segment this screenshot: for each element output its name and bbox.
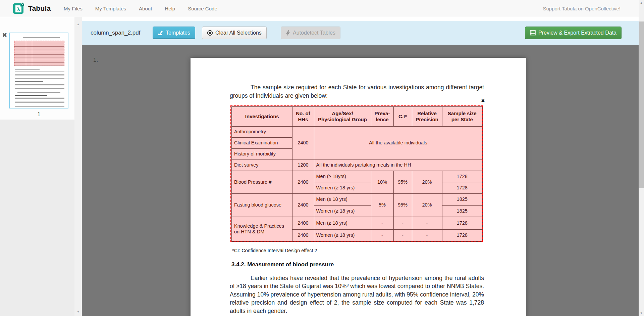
- clear-all-selections-button[interactable]: Clear All Selections: [202, 27, 267, 39]
- tabula-logo-icon: λ: [13, 2, 25, 14]
- table-selection-overlay[interactable]: [230, 105, 483, 242]
- footnote-ci: *CI: Confidence Interval: [232, 248, 283, 253]
- page-thumbnail-preview: [10, 33, 68, 108]
- nav-item-about[interactable]: About: [139, 6, 152, 11]
- nav-item-source-code[interactable]: Source Code: [188, 6, 217, 11]
- pdf-workspace: 1. The sample size required for each Sta…: [82, 45, 639, 316]
- thumbnail-page-number: 1: [9, 111, 68, 118]
- nav-links: My Files My Templates About Help Source …: [64, 0, 217, 17]
- scrollbar-thumb[interactable]: [639, 21, 644, 188]
- page-thumbnail[interactable]: [9, 33, 68, 108]
- templates-button-label: Templates: [166, 30, 190, 36]
- sidebar-scroll-down-icon[interactable]: ▼: [74, 310, 82, 313]
- footnote-design-effect: # Design effect 2: [281, 248, 317, 253]
- section-heading: 3.4.2. Measurement of blood pressure: [231, 261, 334, 268]
- nav-item-help[interactable]: Help: [165, 6, 175, 11]
- sidebar-scroll-up-icon[interactable]: ▲: [74, 22, 82, 26]
- scroll-down-icon[interactable]: ▼: [639, 312, 644, 315]
- thumbnail-sidebar: ✖ 1 ▲ ▼: [0, 17, 82, 316]
- selection-close-icon[interactable]: ✖: [481, 98, 485, 103]
- document-filename: column_span_2.pdf: [91, 21, 140, 45]
- nav-item-my-files[interactable]: My Files: [64, 6, 83, 11]
- autodetect-tables-button[interactable]: Autodetect Tables: [281, 27, 340, 39]
- pdf-page-canvas[interactable]: The sample size required for each State …: [191, 58, 526, 316]
- autodetect-button-label: Autodetect Tables: [293, 30, 335, 36]
- export-button-label: Preview & Export Extracted Data: [538, 30, 616, 36]
- main-region: column_span_2.pdf Templates Clear All Se…: [82, 17, 639, 316]
- page-scrollbar[interactable]: ▲ ▼: [639, 0, 644, 316]
- clear-button-label: Clear All Selections: [215, 30, 262, 36]
- nav-item-my-templates[interactable]: My Templates: [95, 6, 126, 11]
- top-navbar: λ Tabula My Files My Templates About Hel…: [0, 0, 644, 17]
- document-toolbar: column_span_2.pdf Templates Clear All Se…: [82, 21, 639, 45]
- save-template-icon: [158, 30, 163, 36]
- sidebar-scrollbar[interactable]: ▲ ▼: [74, 17, 82, 316]
- circled-x-icon: [207, 30, 213, 36]
- page-intro-text: The sample size required for each State …: [230, 83, 484, 100]
- support-opencollective-link[interactable]: Support Tabula on OpenCollective!: [543, 0, 621, 17]
- lightning-bolt-icon: [286, 30, 290, 36]
- scroll-up-icon[interactable]: ▲: [639, 1, 644, 4]
- table-list-icon: [530, 30, 536, 36]
- page-order-label: 1.: [93, 57, 98, 63]
- preview-export-button[interactable]: Preview & Export Extracted Data: [525, 27, 622, 39]
- remove-page-icon[interactable]: ✖: [2, 32, 7, 38]
- thumbnail-selection-box: [14, 41, 64, 66]
- body-paragraph: Earlier studies have revealed that the p…: [230, 274, 484, 315]
- brand-name[interactable]: Tabula: [28, 4, 51, 12]
- svg-text:λ: λ: [17, 7, 20, 12]
- brand-home-link[interactable]: λ Tabula: [13, 2, 51, 14]
- table-footnote: *CI: Confidence Interval # Design effect…: [232, 248, 283, 253]
- templates-button[interactable]: Templates: [153, 27, 195, 39]
